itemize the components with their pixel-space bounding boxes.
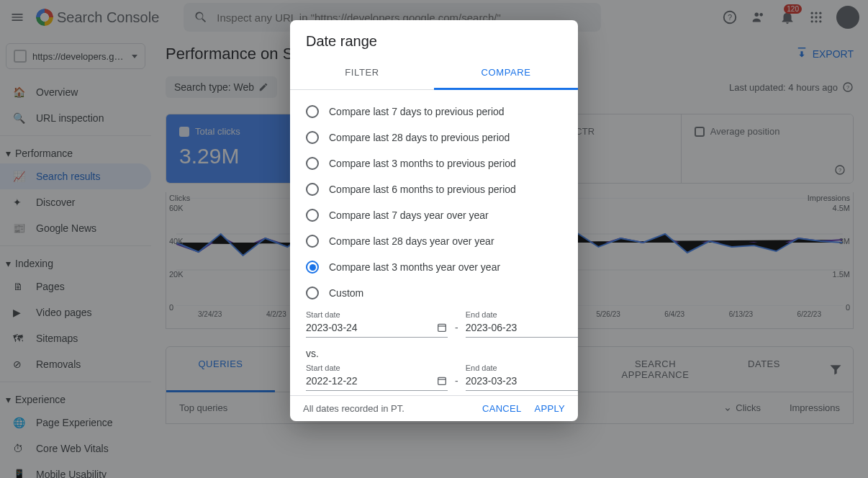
calendar-icon[interactable] — [436, 375, 448, 387]
end-date-1-input[interactable] — [466, 322, 578, 333]
timezone-note: All dates recorded in PT. — [303, 403, 469, 414]
date-range-dialog: Date range FILTER COMPARE Compare last 7… — [290, 20, 578, 421]
modal-tab-compare[interactable]: COMPARE — [434, 57, 578, 90]
end-date-2-input[interactable] — [466, 375, 578, 387]
date-range-separator: - — [455, 375, 458, 391]
dialog-title: Date range — [290, 20, 578, 57]
compare-option-3m-yoy[interactable]: Compare last 3 months year over year — [303, 254, 565, 280]
radio-icon — [306, 105, 319, 118]
end-date-2[interactable]: End date — [466, 364, 578, 391]
modal-tab-filter[interactable]: FILTER — [290, 57, 434, 89]
radio-icon — [306, 235, 319, 248]
radio-icon — [306, 209, 319, 222]
radio-icon — [306, 157, 319, 170]
start-date-1[interactable]: Start date — [306, 310, 448, 338]
compare-option-28d-prev[interactable]: Compare last 28 days to previous period — [303, 125, 565, 150]
compare-option-7d-yoy[interactable]: Compare last 7 days year over year — [303, 202, 565, 228]
svg-rect-27 — [438, 377, 446, 384]
radio-icon — [306, 131, 319, 144]
radio-icon — [306, 183, 319, 196]
compare-option-6m-prev[interactable]: Compare last 6 months to previous period — [303, 176, 565, 202]
radio-checked-icon — [306, 261, 319, 274]
date-range-separator: - — [455, 322, 458, 338]
svg-rect-23 — [438, 324, 446, 331]
compare-option-28d-yoy[interactable]: Compare last 28 days year over year — [303, 228, 565, 254]
vs-label: vs. — [306, 348, 562, 359]
start-date-2[interactable]: Start date — [306, 364, 448, 391]
apply-button[interactable]: APPLY — [535, 403, 565, 414]
end-date-1[interactable]: End date — [466, 310, 578, 338]
radio-icon — [306, 287, 319, 299]
compare-option-custom[interactable]: Custom — [303, 280, 565, 306]
modal-scrim[interactable]: Date range FILTER COMPARE Compare last 7… — [0, 0, 868, 478]
start-date-1-input[interactable] — [306, 322, 432, 333]
cancel-button[interactable]: CANCEL — [482, 403, 522, 414]
compare-option-3m-prev[interactable]: Compare last 3 months to previous period — [303, 150, 565, 176]
compare-option-7d-prev[interactable]: Compare last 7 days to previous period — [303, 99, 565, 125]
calendar-icon[interactable] — [436, 322, 448, 333]
start-date-2-input[interactable] — [306, 375, 432, 387]
